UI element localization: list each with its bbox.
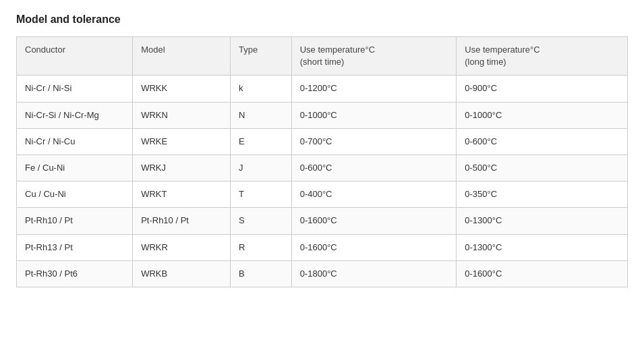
cell-model: WRKK bbox=[133, 76, 231, 102]
cell-short: 0-1600°C bbox=[291, 234, 457, 260]
cell-type: N bbox=[231, 102, 292, 128]
cell-type: S bbox=[231, 208, 292, 234]
cell-short: 0-1200°C bbox=[291, 76, 457, 102]
table-row: Cu / Cu-NiWRKTT0-400°C0-350°C bbox=[17, 181, 628, 208]
cell-long: 0-1300°C bbox=[457, 234, 628, 260]
cell-conductor: Pt-Rh13 / Pt bbox=[17, 234, 133, 260]
table-header-model: Model bbox=[133, 37, 231, 76]
cell-type: T bbox=[231, 181, 292, 208]
cell-short: 0-400°C bbox=[291, 181, 457, 208]
cell-long: 0-1000°C bbox=[457, 102, 628, 128]
table-header-row: ConductorModelTypeUse temperature°C(shor… bbox=[17, 37, 628, 76]
cell-long: 0-1300°C bbox=[457, 208, 628, 234]
cell-model: WRKT bbox=[133, 181, 231, 208]
cell-type: J bbox=[231, 154, 292, 181]
table-header-conductor: Conductor bbox=[17, 37, 133, 76]
page-title: Model and tolerance bbox=[16, 13, 628, 26]
cell-type: B bbox=[231, 260, 292, 287]
table-row: Fe / Cu-NiWRKJJ0-600°C0-500°C bbox=[17, 154, 628, 181]
cell-type: k bbox=[231, 76, 292, 102]
cell-long: 0-350°C bbox=[457, 181, 628, 208]
model-tolerance-table: ConductorModelTypeUse temperature°C(shor… bbox=[16, 36, 628, 287]
table-header-type: Type bbox=[231, 37, 292, 76]
table-row: Ni-Cr-Si / Ni-Cr-MgWRKNN0-1000°C0-1000°C bbox=[17, 102, 628, 128]
table-row: Ni-Cr / Ni-CuWRKEE0-700°C0-600°C bbox=[17, 128, 628, 154]
cell-type: E bbox=[231, 128, 292, 154]
cell-conductor: Fe / Cu-Ni bbox=[17, 154, 133, 181]
cell-short: 0-1000°C bbox=[291, 102, 457, 128]
table-row: Pt-Rh13 / PtWRKRR0-1600°C0-1300°C bbox=[17, 234, 628, 260]
cell-short: 0-1600°C bbox=[291, 208, 457, 234]
cell-type: R bbox=[231, 234, 292, 260]
cell-model: WRKJ bbox=[133, 154, 231, 181]
table-row: Pt-Rh30 / Pt6WRKBB0-1800°C0-1600°C bbox=[17, 260, 628, 287]
cell-short: 0-1800°C bbox=[291, 260, 457, 287]
cell-long: 0-1600°C bbox=[457, 260, 628, 287]
table-row: Pt-Rh10 / PtPt-Rh10 / PtS0-1600°C0-1300°… bbox=[17, 208, 628, 234]
cell-long: 0-900°C bbox=[457, 76, 628, 102]
cell-short: 0-700°C bbox=[291, 128, 457, 154]
cell-model: Pt-Rh10 / Pt bbox=[133, 208, 231, 234]
cell-conductor: Cu / Cu-Ni bbox=[17, 181, 133, 208]
cell-long: 0-600°C bbox=[457, 128, 628, 154]
table-header-short: Use temperature°C(short time) bbox=[291, 37, 457, 76]
cell-conductor: Ni-Cr / Ni-Si bbox=[17, 76, 133, 102]
table-row: Ni-Cr / Ni-SiWRKKk0-1200°C0-900°C bbox=[17, 76, 628, 102]
cell-model: WRKN bbox=[133, 102, 231, 128]
table-header-long: Use temperature°C(long time) bbox=[457, 37, 628, 76]
cell-short: 0-600°C bbox=[291, 154, 457, 181]
cell-conductor: Ni-Cr-Si / Ni-Cr-Mg bbox=[17, 102, 133, 128]
cell-long: 0-500°C bbox=[457, 154, 628, 181]
cell-model: WRKE bbox=[133, 128, 231, 154]
cell-model: WRKB bbox=[133, 260, 231, 287]
cell-conductor: Pt-Rh10 / Pt bbox=[17, 208, 133, 234]
cell-model: WRKR bbox=[133, 234, 231, 260]
cell-conductor: Pt-Rh30 / Pt6 bbox=[17, 260, 133, 287]
cell-conductor: Ni-Cr / Ni-Cu bbox=[17, 128, 133, 154]
